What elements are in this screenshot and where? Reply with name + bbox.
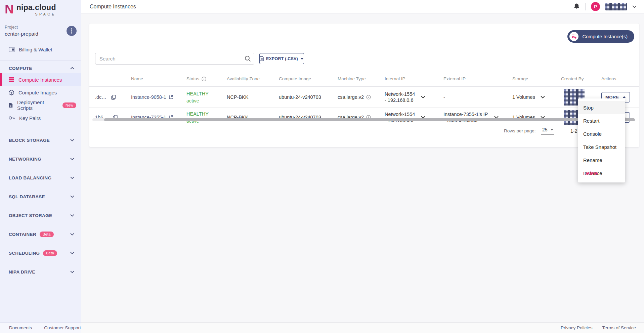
col-status: Status	[183, 72, 223, 87]
menu-item-take-snapshot[interactable]: Take Snapshot	[578, 140, 625, 154]
sidebar-item-compute-instances[interactable]: Compute Instances	[0, 73, 81, 86]
rows-per-page-select[interactable]: 25	[541, 127, 554, 135]
project-label: Project	[5, 25, 38, 30]
kebab-icon	[71, 28, 72, 34]
col-name: Name	[128, 72, 183, 87]
menu-item-restart[interactable]: Restart	[578, 114, 625, 127]
section-load-balancing[interactable]: LOAD BALANCING	[0, 173, 81, 183]
info-icon[interactable]	[202, 77, 206, 81]
horizontal-scrollbar-track[interactable]	[92, 118, 635, 121]
caret-up-icon	[622, 96, 626, 98]
image-cell: ubuntu-24-v240703	[275, 108, 334, 127]
storage-value: 1 Volumes	[512, 94, 535, 100]
section-sql-database[interactable]: SQL DATABASE	[0, 192, 81, 202]
section-object-storage[interactable]: OBJECT STORAGE	[0, 210, 81, 220]
section-nipa-drive[interactable]: NIPA DRIVE	[0, 267, 81, 277]
image-cell: ubuntu-24-v240703	[275, 87, 334, 108]
terms-of-service-link[interactable]: Terms of Service	[602, 325, 636, 330]
documents-link[interactable]: Documents	[9, 325, 32, 330]
horizontal-scrollbar-thumb[interactable]	[104, 118, 635, 121]
internal-ip-network: Network-1554	[385, 91, 415, 97]
status-cell: HEALTHY active	[183, 108, 223, 127]
playlist-add-icon	[569, 32, 578, 41]
col-id	[89, 72, 128, 87]
chevron-down-icon	[70, 233, 74, 236]
script-icon	[9, 102, 13, 108]
brand-n-icon: N	[5, 3, 14, 15]
zone-cell: NCP-BKK	[223, 108, 275, 127]
sidebar-item-label: Billing & Wallet	[19, 47, 52, 52]
footer-divider	[597, 325, 597, 331]
instance-id: .dc…	[95, 94, 106, 100]
zone-cell: NCP-BKK	[223, 87, 275, 108]
chevron-down-icon	[70, 270, 74, 273]
section-block-storage[interactable]: BLOCK STORAGE	[0, 135, 81, 145]
project-name: centor-prepaid	[5, 31, 38, 37]
caret-down-icon	[551, 129, 553, 131]
status-cell: HEALTHY active	[183, 87, 223, 108]
page-footer: Privacy Policies Terms of Service	[81, 322, 644, 333]
create-instance-button[interactable]: Compute Instance(s)	[567, 30, 634, 43]
caret-down-icon	[300, 58, 304, 60]
sidebar-item-deployment-scripts[interactable]: Deployment Scripts New	[0, 99, 81, 112]
external-link-icon[interactable]	[169, 95, 173, 99]
cube-icon	[9, 90, 14, 95]
table-row: .dc… Instance-9058-1 HEALTHY active NCP-…	[89, 87, 639, 108]
col-availability-zone: Availability Zone	[223, 72, 275, 87]
brand-logo[interactable]: N nipa.cloud SPACE	[0, 0, 81, 16]
redacted-username	[605, 3, 627, 10]
topbar: Compute Instances P	[81, 0, 644, 13]
menu-item-console[interactable]: Console	[578, 127, 625, 140]
sidebar-item-label: Key Pairs	[19, 115, 41, 121]
instance-name-link[interactable]: Instance-9058-1	[131, 94, 166, 100]
machine-type: csa.large.v2	[338, 94, 364, 100]
chevron-down-icon	[70, 195, 74, 198]
col-storage: Storage	[509, 72, 558, 87]
customer-support-link[interactable]: Customer Support	[44, 325, 81, 330]
actions-menu: Stop Restart Console Take Snapshot Renam…	[578, 98, 625, 182]
col-internal-ip: Internal IP	[381, 72, 440, 87]
project-menu-button[interactable]	[67, 26, 77, 36]
table-row: 1b6… Instance-7355-1 HEALTHY active NCP-…	[89, 108, 639, 127]
chevron-down-icon	[70, 139, 74, 141]
col-created-by: Created By	[558, 72, 598, 87]
copy-icon[interactable]	[111, 95, 116, 100]
sidebar-footer: Documents Customer Support	[0, 322, 81, 333]
col-compute-image: Compute Image	[275, 72, 334, 87]
section-container[interactable]: CONTAINER Beta	[0, 229, 81, 239]
chevron-down-icon[interactable]	[540, 95, 546, 99]
chevron-down-icon	[70, 158, 74, 160]
notifications-bell-icon[interactable]	[573, 3, 580, 10]
project-selector: Project centor-prepaid	[5, 25, 77, 37]
info-icon[interactable]	[366, 95, 371, 99]
chevron-up-icon	[70, 67, 74, 70]
external-ip-name: Instance-7355-1's IP	[443, 111, 488, 117]
sidebar: N nipa.cloud SPACE Project centor-prepai…	[0, 0, 81, 333]
main-content: Compute Instance(s) EXPORT (.CSV)	[81, 13, 644, 322]
chevron-down-icon[interactable]	[420, 95, 426, 99]
rows-per-page-label: Rows per page:	[504, 128, 536, 133]
menu-item-stop[interactable]: Stop	[578, 101, 625, 114]
instances-card: Compute Instance(s) EXPORT (.CSV)	[89, 24, 639, 147]
sidebar-item-key-pairs[interactable]: Key Pairs	[0, 112, 81, 124]
chevron-down-icon[interactable]	[632, 5, 637, 8]
new-badge: New	[62, 102, 76, 108]
search-icon[interactable]	[245, 55, 251, 62]
chevron-down-icon	[70, 176, 74, 179]
privacy-policies-link[interactable]: Privacy Policies	[561, 325, 593, 330]
sidebar-item-compute-images[interactable]: Compute Images	[0, 86, 81, 99]
col-actions: Actions	[598, 72, 639, 87]
section-networking[interactable]: NETWORKING	[0, 154, 81, 164]
wallet-icon	[9, 47, 14, 52]
server-icon	[9, 77, 14, 82]
menu-item-rename-instance[interactable]: Rename Instance	[578, 154, 625, 167]
search-input[interactable]	[95, 53, 254, 65]
avatar[interactable]: P	[591, 2, 600, 11]
brand-name: nipa.cloud	[16, 3, 56, 12]
internal-ip-network: Network-1554	[385, 111, 415, 117]
section-compute[interactable]: COMPUTE	[0, 63, 81, 73]
section-scheduling[interactable]: SCHEDULING Beta	[0, 248, 81, 258]
sidebar-item-label: Compute Images	[18, 90, 57, 95]
sidebar-item-billing[interactable]: Billing & Wallet	[0, 43, 81, 56]
export-csv-button[interactable]: EXPORT (.CSV)	[259, 53, 304, 64]
